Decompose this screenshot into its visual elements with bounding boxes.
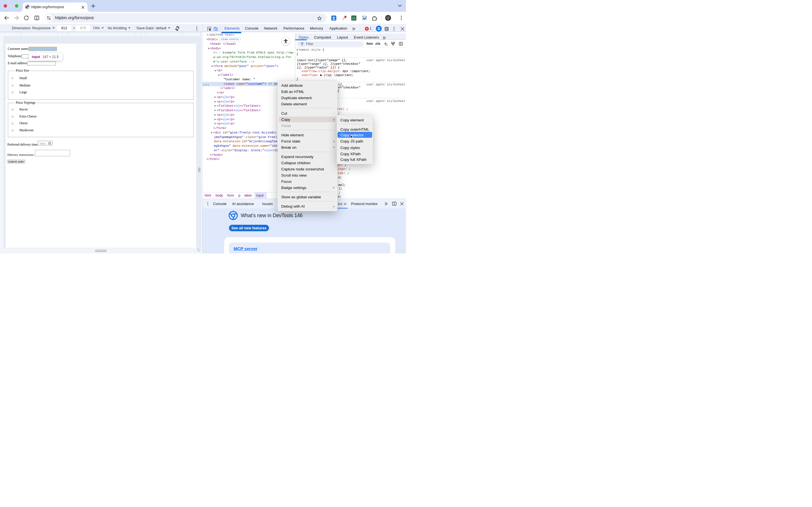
svg-text:{}: {} — [352, 17, 356, 20]
